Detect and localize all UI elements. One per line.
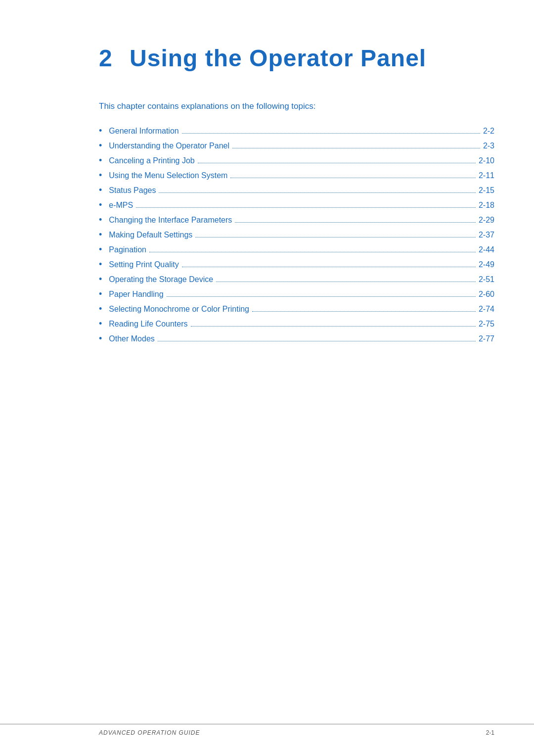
toc-label: Making Default Settings [109, 231, 192, 239]
toc-dots [230, 178, 476, 178]
page-container: 2 Using the Operator Panel This chapter … [0, 0, 534, 756]
toc-entry[interactable]: Canceling a Printing Job2-10 [109, 156, 494, 165]
chapter-number: 2 [99, 45, 113, 71]
toc-item: •Making Default Settings2-37 [99, 229, 494, 240]
toc-label: Operating the Storage Device [109, 275, 213, 284]
toc-item: •Operating the Storage Device2-51 [99, 274, 494, 284]
toc-bullet: • [99, 244, 102, 255]
footer: ADVANCED OPERATION GUIDE 2-1 [0, 724, 534, 736]
toc-entry[interactable]: Setting Print Quality2-49 [109, 260, 494, 269]
toc-entry[interactable]: Pagination2-44 [109, 245, 494, 254]
toc-page: 2-11 [479, 171, 494, 180]
toc-label: Other Modes [109, 334, 154, 343]
toc-item: •Selecting Monochrome or Color Printing2… [99, 303, 494, 314]
toc-page: 2-15 [479, 186, 494, 195]
toc-label: Understanding the Operator Panel [109, 142, 229, 150]
toc-label: Paper Handling [109, 290, 163, 299]
toc-entry[interactable]: Status Pages2-15 [109, 186, 494, 195]
toc-item: •Using the Menu Selection System2-11 [99, 170, 494, 181]
toc-dots [182, 133, 480, 134]
toc-entry[interactable]: Selecting Monochrome or Color Printing2-… [109, 305, 494, 314]
toc-label: e-MPS [109, 201, 133, 210]
toc-entry[interactable]: Reading Life Counters2-75 [109, 320, 494, 329]
toc-label: Status Pages [109, 186, 156, 195]
toc-dots [198, 163, 476, 163]
toc-bullet: • [99, 155, 102, 166]
toc-item: •General Information2-2 [99, 125, 494, 136]
footer-page-number: 2-1 [486, 729, 494, 736]
toc-dots [158, 341, 476, 341]
toc-dots [149, 252, 476, 252]
toc-item: •Paper Handling2-60 [99, 288, 494, 299]
toc-label: Canceling a Printing Job [109, 156, 194, 165]
toc-page: 2-37 [479, 231, 494, 239]
toc-item: •e-MPS2-18 [99, 199, 494, 210]
toc-item: •Changing the Interface Parameters2-29 [99, 214, 494, 225]
toc-item: •Other Modes2-77 [99, 333, 494, 344]
toc-entry[interactable]: Changing the Interface Parameters2-29 [109, 216, 494, 225]
toc-dots [191, 326, 476, 327]
toc-dots [167, 296, 476, 297]
toc-page: 2-2 [483, 127, 494, 136]
toc-bullet: • [99, 319, 102, 329]
toc-item: •Understanding the Operator Panel2-3 [99, 140, 494, 151]
toc-label: General Information [109, 127, 178, 136]
intro-text: This chapter contains explanations on th… [99, 101, 494, 111]
toc-page: 2-49 [479, 260, 494, 269]
toc-item: •Reading Life Counters2-75 [99, 318, 494, 329]
toc-dots [216, 282, 476, 282]
toc-label: Pagination [109, 245, 146, 254]
toc-entry[interactable]: Paper Handling2-60 [109, 290, 494, 299]
toc-page: 2-77 [479, 334, 494, 343]
toc-entry[interactable]: e-MPS2-18 [109, 201, 494, 210]
toc-item: •Pagination2-44 [99, 244, 494, 255]
toc-item: •Canceling a Printing Job2-10 [99, 155, 494, 166]
toc-bullet: • [99, 170, 102, 181]
toc-entry[interactable]: Using the Menu Selection System2-11 [109, 171, 494, 180]
toc-page: 2-51 [479, 275, 494, 284]
toc-bullet: • [99, 141, 102, 151]
toc-bullet: • [99, 200, 102, 210]
toc-entry[interactable]: General Information2-2 [109, 127, 494, 136]
chapter-title-text: Using the Operator Panel [130, 45, 426, 71]
toc-dots [182, 267, 476, 267]
toc-item: •Setting Print Quality2-49 [99, 259, 494, 270]
toc-bullet: • [99, 230, 102, 240]
toc-page: 2-18 [479, 201, 494, 210]
toc-entry[interactable]: Understanding the Operator Panel2-3 [109, 142, 494, 150]
footer-guide-label: ADVANCED OPERATION GUIDE [99, 729, 200, 736]
toc-entry[interactable]: Making Default Settings2-37 [109, 231, 494, 239]
toc-dots [232, 148, 480, 148]
toc-bullet: • [99, 333, 102, 344]
toc-page: 2-29 [479, 216, 494, 225]
toc-bullet: • [99, 126, 102, 136]
toc-bullet: • [99, 185, 102, 195]
toc-bullet: • [99, 289, 102, 299]
toc-bullet: • [99, 274, 102, 284]
toc-dots [235, 222, 476, 223]
toc-dots [159, 192, 475, 193]
toc-page: 2-74 [479, 305, 494, 314]
toc-dots [195, 237, 476, 237]
toc-bullet: • [99, 304, 102, 314]
toc-label: Changing the Interface Parameters [109, 216, 232, 225]
chapter-title: 2 Using the Operator Panel [99, 30, 494, 72]
toc-bullet: • [99, 215, 102, 225]
toc-label: Setting Print Quality [109, 260, 178, 269]
toc-dots [136, 207, 476, 208]
toc-list: •General Information2-2•Understanding th… [99, 125, 494, 344]
toc-label: Using the Menu Selection System [109, 171, 227, 180]
toc-entry[interactable]: Operating the Storage Device2-51 [109, 275, 494, 284]
toc-dots [252, 311, 476, 312]
toc-page: 2-44 [479, 245, 494, 254]
toc-label: Reading Life Counters [109, 320, 187, 329]
toc-page: 2-75 [479, 320, 494, 329]
toc-page: 2-60 [479, 290, 494, 299]
toc-entry[interactable]: Other Modes2-77 [109, 334, 494, 343]
toc-item: •Status Pages2-15 [99, 185, 494, 195]
toc-label: Selecting Monochrome or Color Printing [109, 305, 249, 314]
toc-page: 2-3 [483, 142, 494, 150]
toc-page: 2-10 [479, 156, 494, 165]
toc-bullet: • [99, 259, 102, 270]
